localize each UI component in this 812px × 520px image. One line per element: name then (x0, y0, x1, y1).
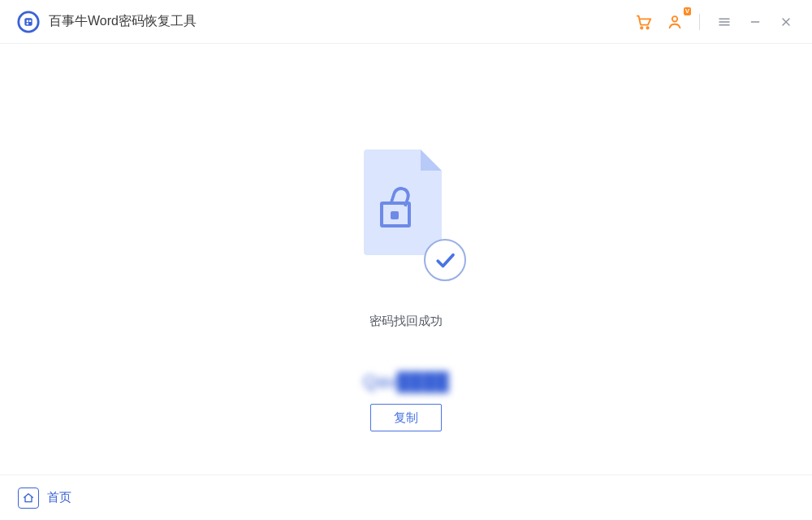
copy-button[interactable]: 复制 (370, 404, 442, 431)
close-button[interactable] (773, 9, 799, 35)
document-unlocked-illustration (357, 150, 455, 280)
svg-point-5 (641, 27, 642, 28)
recovered-password: Qav████ (363, 371, 449, 392)
footer-bar: 首页 (0, 474, 812, 520)
title-bar: 百事牛Word密码恢复工具 V (0, 0, 812, 44)
svg-rect-2 (27, 20, 28, 21)
main-content: 密码找回成功 Qav████ 复制 (0, 44, 812, 474)
unlock-icon (380, 187, 416, 228)
svg-point-7 (672, 16, 677, 21)
menu-icon[interactable] (711, 9, 737, 35)
home-label: 首页 (47, 490, 71, 505)
app-logo-icon (16, 10, 41, 34)
divider (699, 14, 700, 30)
checkmark-icon (424, 239, 466, 281)
cart-icon[interactable] (631, 9, 657, 35)
home-icon (18, 488, 39, 509)
user-vip-icon[interactable]: V (662, 9, 688, 35)
app-title: 百事牛Word密码恢复工具 (49, 13, 197, 30)
svg-rect-4 (27, 22, 28, 24)
svg-rect-3 (29, 20, 31, 21)
svg-point-6 (646, 27, 648, 28)
success-message: 密码找回成功 (369, 314, 443, 329)
home-button[interactable]: 首页 (18, 488, 71, 509)
minimize-button[interactable] (742, 9, 768, 35)
